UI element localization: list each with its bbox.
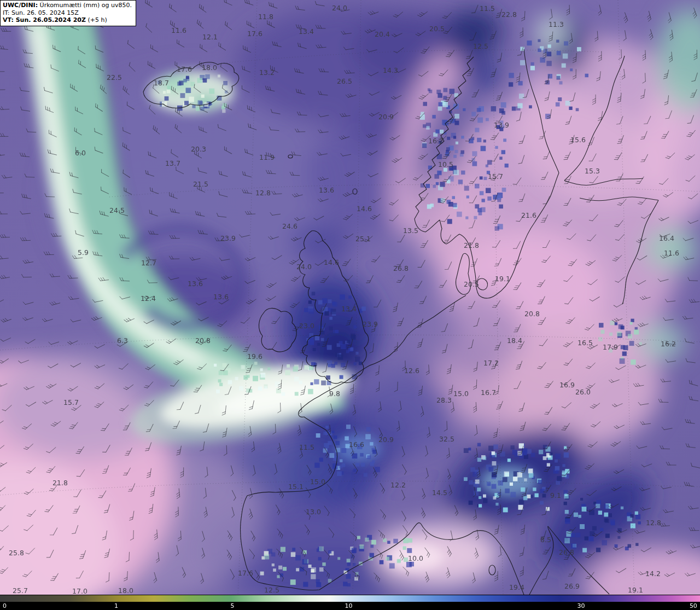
valid-time-main: VT: Sun. 26.05.2024 20Z	[3, 16, 86, 24]
colorbar-tick: 50	[690, 602, 697, 610]
colorbar-tick-labels: 015103050	[0, 602, 700, 610]
colorbar-tick: 10	[345, 602, 352, 610]
product-name: UWC/DINI:	[3, 2, 38, 9]
colorbar-tick: 5	[230, 602, 234, 610]
valid-time: VT: Sun. 26.05.2024 20Z (+5 h)	[3, 16, 132, 24]
valid-time-offset: (+5 h)	[86, 16, 107, 24]
product-desc: Úrkomumætti (mm) og uv850.	[38, 2, 132, 9]
product-title: UWC/DINI: Úrkomumætti (mm) og uv850.	[3, 2, 132, 9]
colorbar-tick: 1	[114, 602, 118, 610]
init-time: IT: Sun. 26. 05. 2024 15Z	[3, 9, 132, 17]
precipitation-colorbar: 015103050	[0, 595, 700, 610]
colorbar-tick: 30	[577, 602, 585, 610]
precipitation-field-canvas	[0, 0, 700, 595]
weather-map: 24.011.522.811.811.311.613.420.517.612.1…	[0, 0, 700, 610]
colorbar-tick: 0	[3, 602, 7, 610]
colorbar-gradient	[0, 595, 700, 602]
map-title-box: UWC/DINI: Úrkomumætti (mm) og uv850. IT:…	[0, 0, 136, 26]
